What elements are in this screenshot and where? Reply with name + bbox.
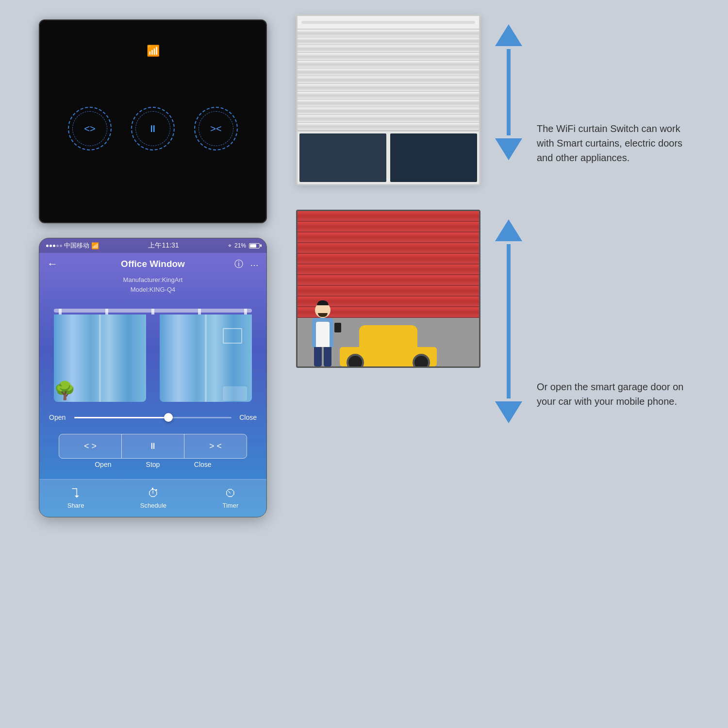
- back-button[interactable]: ←: [47, 258, 58, 270]
- ctrl-btn-labels: Open Stop Close: [59, 459, 247, 476]
- slider-open-label: Open: [49, 414, 68, 421]
- manufacturer-info: Manufacturer:KingArt Model:KING-Q4: [39, 275, 266, 294]
- dot-4: [56, 245, 59, 247]
- hook-5: [244, 309, 247, 314]
- timer-nav-item[interactable]: ⏲ Timer: [223, 486, 239, 509]
- slider-thumb[interactable]: [164, 413, 173, 422]
- leg-left: [314, 347, 322, 366]
- slat-13: [298, 123, 479, 131]
- person-legs: [312, 347, 333, 366]
- garage-section: Or open the smart garage door on your ca…: [296, 210, 694, 433]
- garage-description: Or open the smart garage door on your ca…: [537, 380, 694, 409]
- curtain-track: [54, 309, 252, 313]
- bottom-nav: ⮧ Share ⏱ Schedule ⏲ Timer: [39, 479, 266, 517]
- window-illustration: [296, 15, 480, 185]
- window-glass-right: [390, 133, 477, 182]
- garage-arrow-shaft: [507, 244, 511, 398]
- person-head: [315, 302, 331, 318]
- car-top: [359, 325, 417, 347]
- gslat-6: [298, 265, 479, 275]
- close-button-icon: > <: [209, 441, 222, 451]
- close-button[interactable]: > <: [184, 434, 247, 458]
- hook-1: [59, 309, 62, 314]
- shutter-slats: [298, 30, 479, 131]
- wall-frame: [223, 328, 242, 344]
- gslat-1: [298, 211, 479, 222]
- status-right: ⌖ 21%: [228, 242, 260, 249]
- battery-icon: [249, 243, 260, 248]
- car-wheel-right: [413, 354, 430, 368]
- header-icons: ⓘ …: [234, 258, 259, 270]
- slat-12: [298, 115, 479, 123]
- wifi-icon: 📶: [147, 45, 160, 57]
- dot-5: [60, 245, 62, 247]
- model-name: Model:KING-Q4: [39, 285, 266, 295]
- plant-decoration: 🌳: [54, 381, 76, 401]
- slat-3: [298, 45, 479, 53]
- slider-fill: [74, 417, 168, 418]
- switch-circle-close[interactable]: ><: [194, 107, 238, 150]
- control-buttons-row: < > ⏸ > <: [59, 434, 247, 459]
- phone-mockup: 中国移动 📶 上午11:31 ⌖ 21% ← Office Window ⓘ …: [39, 238, 267, 517]
- switch-buttons-row: <> ⏸ ><: [68, 107, 238, 150]
- gslat-5: [298, 254, 479, 265]
- garage-interior: [298, 318, 479, 366]
- person-body: [312, 318, 333, 347]
- timer-icon: ⏲: [225, 486, 236, 500]
- wifi-status-icon: 📶: [91, 242, 99, 249]
- handle-bar: [301, 21, 475, 24]
- garage-frame: [296, 210, 480, 368]
- timer-label: Timer: [223, 502, 239, 509]
- open-button[interactable]: < >: [59, 434, 122, 458]
- open-label: Open: [78, 461, 128, 468]
- curtain-area: 🌳: [39, 299, 266, 406]
- schedule-nav-item[interactable]: ⏱ Schedule: [140, 486, 166, 509]
- battery-percent: 21%: [234, 242, 246, 249]
- arrow-shaft: [507, 49, 511, 135]
- curtain-gap: [148, 314, 158, 402]
- dot-2: [50, 245, 52, 247]
- stop-label: Stop: [128, 461, 178, 468]
- person-beard: [318, 313, 328, 317]
- share-nav-item[interactable]: ⮧ Share: [67, 486, 84, 509]
- window-glass-left: [299, 133, 386, 182]
- person-hair: [317, 300, 329, 305]
- leg-right: [324, 347, 331, 366]
- person-figure: [312, 302, 333, 366]
- dot-1: [46, 245, 49, 247]
- window-header-bar: [298, 16, 479, 30]
- gslat-7: [298, 275, 479, 286]
- slat-11: [298, 107, 479, 115]
- open-icon: <>: [84, 123, 95, 134]
- hook-2: [105, 309, 108, 314]
- slat-8: [298, 84, 479, 92]
- arrows-column: [495, 15, 522, 170]
- window-description: The WiFi curtain Switch can work with Sm…: [537, 121, 694, 165]
- info-button[interactable]: ⓘ: [234, 258, 243, 270]
- gslat-2: [298, 222, 479, 232]
- slat-7: [298, 76, 479, 84]
- window-section: The WiFi curtain Switch can work with Sm…: [296, 15, 694, 185]
- schedule-icon: ⏱: [148, 486, 159, 500]
- stop-button[interactable]: ⏸: [122, 434, 184, 458]
- slat-4: [298, 53, 479, 61]
- right-panel: The WiFi curtain Switch can work with Sm…: [296, 15, 694, 433]
- window-frame: [296, 15, 480, 185]
- gslat-8: [298, 286, 479, 297]
- location-icon: ⌖: [228, 242, 232, 249]
- app-header: ← Office Window ⓘ …: [39, 253, 266, 275]
- hook-3: [151, 309, 154, 314]
- car-bottom: [340, 347, 437, 366]
- slider-track[interactable]: [74, 417, 232, 418]
- left-panel: 📶 <> ⏸ >< 中国移动: [39, 19, 267, 517]
- car-body: [340, 325, 437, 366]
- slider-row: Open Close: [39, 406, 266, 429]
- more-button[interactable]: …: [250, 258, 259, 270]
- arrow-up: [495, 24, 522, 46]
- switch-circle-open[interactable]: <>: [68, 107, 112, 150]
- garage-arrow-down: [495, 401, 522, 423]
- gslat-3: [298, 232, 479, 243]
- control-buttons-area: < > ⏸ > < Open Stop Close: [39, 429, 266, 479]
- garage-illustration: [296, 210, 480, 368]
- switch-circle-stop[interactable]: ⏸: [131, 107, 175, 150]
